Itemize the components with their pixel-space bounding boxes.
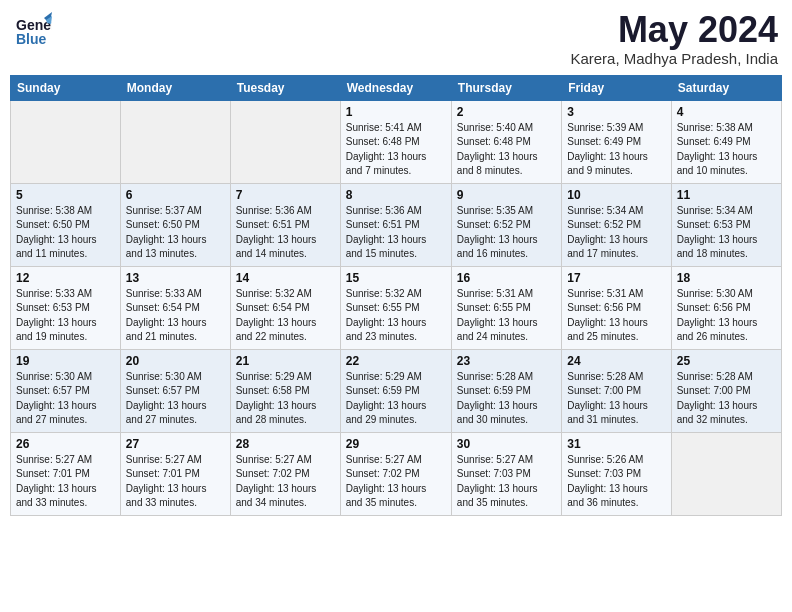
day-info: Sunrise: 5:34 AMSunset: 6:53 PMDaylight:… [677,204,776,262]
day-info: Sunrise: 5:30 AMSunset: 6:57 PMDaylight:… [126,370,225,428]
day-number: 10 [567,188,665,202]
day-info: Sunrise: 5:27 AMSunset: 7:02 PMDaylight:… [236,453,335,511]
day-info: Sunrise: 5:31 AMSunset: 6:55 PMDaylight:… [457,287,556,345]
day-info: Sunrise: 5:34 AMSunset: 6:52 PMDaylight:… [567,204,665,262]
calendar-cell: 22Sunrise: 5:29 AMSunset: 6:59 PMDayligh… [340,349,451,432]
day-info: Sunrise: 5:39 AMSunset: 6:49 PMDaylight:… [567,121,665,179]
day-number: 28 [236,437,335,451]
calendar-cell [230,100,340,183]
calendar-cell: 10Sunrise: 5:34 AMSunset: 6:52 PMDayligh… [562,183,671,266]
calendar-cell: 19Sunrise: 5:30 AMSunset: 6:57 PMDayligh… [11,349,121,432]
day-info: Sunrise: 5:31 AMSunset: 6:56 PMDaylight:… [567,287,665,345]
month-title: May 2024 [570,10,778,50]
calendar-header-wednesday: Wednesday [340,75,451,100]
day-info: Sunrise: 5:30 AMSunset: 6:57 PMDaylight:… [16,370,115,428]
day-number: 23 [457,354,556,368]
day-info: Sunrise: 5:26 AMSunset: 7:03 PMDaylight:… [567,453,665,511]
day-number: 25 [677,354,776,368]
calendar-cell: 3Sunrise: 5:39 AMSunset: 6:49 PMDaylight… [562,100,671,183]
day-info: Sunrise: 5:27 AMSunset: 7:01 PMDaylight:… [16,453,115,511]
calendar-cell: 23Sunrise: 5:28 AMSunset: 6:59 PMDayligh… [451,349,561,432]
svg-text:Blue: Blue [16,31,47,47]
day-number: 30 [457,437,556,451]
calendar-header-saturday: Saturday [671,75,781,100]
calendar-cell: 13Sunrise: 5:33 AMSunset: 6:54 PMDayligh… [120,266,230,349]
page-header: General Blue May 2024 Karera, Madhya Pra… [10,10,782,67]
day-info: Sunrise: 5:29 AMSunset: 6:58 PMDaylight:… [236,370,335,428]
day-info: Sunrise: 5:38 AMSunset: 6:49 PMDaylight:… [677,121,776,179]
calendar-cell: 17Sunrise: 5:31 AMSunset: 6:56 PMDayligh… [562,266,671,349]
day-number: 27 [126,437,225,451]
calendar-cell: 7Sunrise: 5:36 AMSunset: 6:51 PMDaylight… [230,183,340,266]
calendar-header-sunday: Sunday [11,75,121,100]
day-number: 8 [346,188,446,202]
calendar-header-monday: Monday [120,75,230,100]
calendar-week-3: 12Sunrise: 5:33 AMSunset: 6:53 PMDayligh… [11,266,782,349]
day-info: Sunrise: 5:33 AMSunset: 6:53 PMDaylight:… [16,287,115,345]
calendar-table: SundayMondayTuesdayWednesdayThursdayFrid… [10,75,782,516]
calendar-week-2: 5Sunrise: 5:38 AMSunset: 6:50 PMDaylight… [11,183,782,266]
day-info: Sunrise: 5:37 AMSunset: 6:50 PMDaylight:… [126,204,225,262]
calendar-cell: 9Sunrise: 5:35 AMSunset: 6:52 PMDaylight… [451,183,561,266]
day-info: Sunrise: 5:33 AMSunset: 6:54 PMDaylight:… [126,287,225,345]
day-info: Sunrise: 5:27 AMSunset: 7:01 PMDaylight:… [126,453,225,511]
calendar-body: 1Sunrise: 5:41 AMSunset: 6:48 PMDaylight… [11,100,782,515]
day-number: 9 [457,188,556,202]
calendar-cell: 6Sunrise: 5:37 AMSunset: 6:50 PMDaylight… [120,183,230,266]
calendar-cell: 24Sunrise: 5:28 AMSunset: 7:00 PMDayligh… [562,349,671,432]
calendar-header-friday: Friday [562,75,671,100]
logo: General Blue [14,10,52,48]
day-number: 11 [677,188,776,202]
day-number: 26 [16,437,115,451]
calendar-cell: 11Sunrise: 5:34 AMSunset: 6:53 PMDayligh… [671,183,781,266]
day-number: 16 [457,271,556,285]
day-info: Sunrise: 5:36 AMSunset: 6:51 PMDaylight:… [346,204,446,262]
calendar-cell: 27Sunrise: 5:27 AMSunset: 7:01 PMDayligh… [120,432,230,515]
calendar-week-5: 26Sunrise: 5:27 AMSunset: 7:01 PMDayligh… [11,432,782,515]
day-number: 21 [236,354,335,368]
day-info: Sunrise: 5:27 AMSunset: 7:03 PMDaylight:… [457,453,556,511]
day-number: 19 [16,354,115,368]
day-info: Sunrise: 5:36 AMSunset: 6:51 PMDaylight:… [236,204,335,262]
calendar-header-tuesday: Tuesday [230,75,340,100]
day-number: 18 [677,271,776,285]
calendar-cell: 16Sunrise: 5:31 AMSunset: 6:55 PMDayligh… [451,266,561,349]
day-info: Sunrise: 5:28 AMSunset: 7:00 PMDaylight:… [677,370,776,428]
day-number: 13 [126,271,225,285]
calendar-week-4: 19Sunrise: 5:30 AMSunset: 6:57 PMDayligh… [11,349,782,432]
day-number: 6 [126,188,225,202]
calendar-cell: 30Sunrise: 5:27 AMSunset: 7:03 PMDayligh… [451,432,561,515]
calendar-cell: 2Sunrise: 5:40 AMSunset: 6:48 PMDaylight… [451,100,561,183]
day-number: 15 [346,271,446,285]
calendar-cell [120,100,230,183]
calendar-cell: 29Sunrise: 5:27 AMSunset: 7:02 PMDayligh… [340,432,451,515]
day-number: 12 [16,271,115,285]
day-info: Sunrise: 5:32 AMSunset: 6:54 PMDaylight:… [236,287,335,345]
day-info: Sunrise: 5:35 AMSunset: 6:52 PMDaylight:… [457,204,556,262]
day-info: Sunrise: 5:28 AMSunset: 6:59 PMDaylight:… [457,370,556,428]
title-block: May 2024 Karera, Madhya Pradesh, India [570,10,778,67]
calendar-cell: 4Sunrise: 5:38 AMSunset: 6:49 PMDaylight… [671,100,781,183]
calendar-cell: 28Sunrise: 5:27 AMSunset: 7:02 PMDayligh… [230,432,340,515]
day-number: 31 [567,437,665,451]
day-number: 17 [567,271,665,285]
day-info: Sunrise: 5:32 AMSunset: 6:55 PMDaylight:… [346,287,446,345]
day-number: 5 [16,188,115,202]
day-info: Sunrise: 5:41 AMSunset: 6:48 PMDaylight:… [346,121,446,179]
day-info: Sunrise: 5:38 AMSunset: 6:50 PMDaylight:… [16,204,115,262]
calendar-header-thursday: Thursday [451,75,561,100]
day-number: 4 [677,105,776,119]
calendar-cell: 5Sunrise: 5:38 AMSunset: 6:50 PMDaylight… [11,183,121,266]
day-info: Sunrise: 5:40 AMSunset: 6:48 PMDaylight:… [457,121,556,179]
calendar-cell: 26Sunrise: 5:27 AMSunset: 7:01 PMDayligh… [11,432,121,515]
location-subtitle: Karera, Madhya Pradesh, India [570,50,778,67]
day-number: 22 [346,354,446,368]
day-number: 3 [567,105,665,119]
calendar-cell: 1Sunrise: 5:41 AMSunset: 6:48 PMDaylight… [340,100,451,183]
calendar-cell: 31Sunrise: 5:26 AMSunset: 7:03 PMDayligh… [562,432,671,515]
calendar-cell: 21Sunrise: 5:29 AMSunset: 6:58 PMDayligh… [230,349,340,432]
calendar-header-row: SundayMondayTuesdayWednesdayThursdayFrid… [11,75,782,100]
calendar-cell: 15Sunrise: 5:32 AMSunset: 6:55 PMDayligh… [340,266,451,349]
day-number: 1 [346,105,446,119]
calendar-cell: 18Sunrise: 5:30 AMSunset: 6:56 PMDayligh… [671,266,781,349]
